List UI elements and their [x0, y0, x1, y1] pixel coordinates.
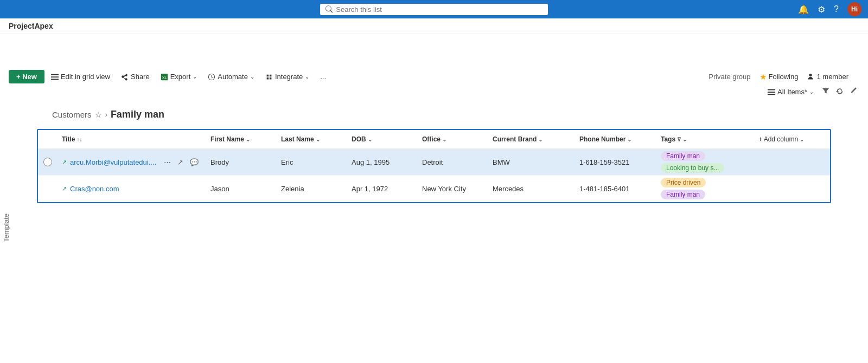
following-button[interactable]: ★ Following — [760, 72, 799, 82]
export-button[interactable]: XL Export ⌄ — [156, 70, 202, 83]
breadcrumb-parent[interactable]: Customers — [52, 110, 92, 119]
row1-lastname: Eric — [277, 155, 347, 170]
col-phone[interactable]: Phone Number ⌄ — [575, 133, 656, 145]
row2-lastname: Zelenia — [277, 182, 347, 196]
star-icon: ★ — [760, 72, 767, 82]
table-row: ↗ arcu.Morbi@vulputatedui.... ⋯ ↗ 💬 Brod… — [38, 149, 830, 176]
export-icon: XL — [161, 73, 168, 81]
title-sort-icon: ↑↓ — [76, 137, 82, 142]
favorite-icon[interactable]: ☆ — [95, 111, 102, 119]
integrate-button[interactable]: Integrate ⌄ — [261, 70, 314, 83]
automate-chevron-icon: ⌄ — [250, 74, 254, 80]
site-header: ProjectApex — [0, 18, 868, 34]
tags-sort-icon: ⌄ — [682, 137, 687, 142]
share-icon — [121, 73, 129, 81]
breadcrumb-current: Family man — [111, 109, 164, 120]
top-bar-right: 🔔 ⚙ ? Hi — [798, 2, 861, 16]
notification-icon[interactable]: 🔔 — [798, 4, 809, 15]
row2-extra — [754, 185, 830, 192]
more-button[interactable]: ... — [316, 70, 330, 83]
row1-link-icon: ↗ — [62, 159, 67, 166]
col-title[interactable]: Title ↑↓ — [58, 133, 206, 145]
breadcrumb-separator: › — [105, 111, 107, 119]
row1-office: Detroit — [418, 155, 488, 170]
edit-grid-button[interactable]: Edit in grid view — [47, 70, 114, 83]
table-header: Title ↑↓ First Name ⌄ Last Name ⌄ DOB ⌄ … — [38, 130, 830, 149]
all-items-button[interactable]: All Items* ⌄ — [764, 86, 817, 98]
row1-comment-btn[interactable]: 💬 — [188, 157, 201, 167]
command-bar-area: + New Edit in grid view Share XL Export … — [0, 67, 868, 101]
row1-extra — [754, 159, 830, 165]
avatar[interactable]: Hi — [847, 2, 861, 16]
row1-tags: Family man Looking to buy s... — [656, 149, 754, 175]
row2-check[interactable] — [38, 185, 58, 192]
export-chevron-icon: ⌄ — [193, 74, 197, 80]
dob-sort-icon: ⌄ — [368, 137, 372, 142]
row1-dob: Aug 1, 1995 — [347, 155, 418, 170]
row2-phone: 1-481-185-6401 — [575, 182, 656, 196]
row2-tag-1: Price driven — [661, 178, 706, 187]
col-current-brand[interactable]: Current Brand ⌄ — [488, 133, 575, 145]
template-label: Template — [0, 211, 12, 244]
svg-text:XL: XL — [162, 75, 167, 80]
data-table: Title ↑↓ First Name ⌄ Last Name ⌄ DOB ⌄ … — [37, 129, 831, 203]
add-col-chevron-icon: ⌄ — [800, 137, 804, 142]
row2-office: New York City — [418, 182, 488, 196]
top-bar: 🔔 ⚙ ? Hi — [0, 0, 868, 18]
automate-button[interactable]: Automate ⌄ — [203, 70, 259, 83]
refresh-button[interactable] — [834, 86, 845, 98]
member-info: 1 member — [807, 73, 848, 81]
filter-button[interactable] — [820, 86, 831, 98]
col-last-name[interactable]: Last Name ⌄ — [277, 133, 347, 145]
table-row: ↗ Cras@non.com Jason Zelenia Apr 1, 1972… — [38, 176, 830, 202]
header-row1: + New Edit in grid view Share XL Export … — [9, 70, 859, 83]
firstname-sort-icon: ⌄ — [246, 137, 250, 142]
edit-button[interactable] — [848, 86, 859, 98]
phone-sort-icon: ⌄ — [627, 137, 631, 142]
row1-brand: BMW — [488, 155, 575, 170]
office-sort-icon: ⌄ — [442, 137, 446, 142]
col-office[interactable]: Office ⌄ — [418, 133, 488, 145]
col-dob[interactable]: DOB ⌄ — [347, 133, 418, 145]
spacer — [0, 34, 868, 67]
lastname-sort-icon: ⌄ — [316, 137, 320, 142]
row2-dob: Apr 1, 1972 — [347, 182, 418, 196]
site-title: ProjectApex — [9, 22, 53, 30]
row1-share-btn[interactable]: ↗ — [175, 157, 186, 167]
top-right-area: Private group ★ Following 1 member — [709, 72, 859, 82]
row1-tag-1: Family man — [661, 151, 705, 161]
brand-sort-icon: ⌄ — [538, 137, 542, 142]
automate-icon — [208, 73, 215, 81]
row2-firstname: Jason — [206, 182, 277, 196]
share-button[interactable]: Share — [117, 70, 154, 83]
row1-check[interactable] — [38, 154, 58, 170]
header-checkbox-cell — [38, 133, 58, 145]
row1-phone: 1-618-159-3521 — [575, 155, 656, 170]
help-icon[interactable]: ? — [834, 4, 839, 14]
col-first-name[interactable]: First Name ⌄ — [206, 133, 277, 145]
command-bar: + New Edit in grid view Share XL Export … — [9, 70, 330, 83]
row1-title[interactable]: ↗ arcu.Morbi@vulputatedui.... ⋯ ↗ 💬 — [58, 154, 206, 171]
integrate-icon — [265, 73, 273, 81]
add-column-button[interactable]: + Add column ⌄ — [754, 133, 830, 145]
person-icon — [807, 73, 814, 81]
search-icon — [326, 5, 333, 13]
search-input[interactable] — [336, 5, 542, 14]
private-group-label: Private group — [709, 73, 750, 81]
row2-tags: Price driven Family man — [656, 176, 754, 202]
edit-icon — [850, 87, 858, 95]
edit-grid-icon — [51, 73, 59, 81]
row1-more-btn[interactable]: ⋯ — [162, 157, 173, 167]
search-box[interactable] — [320, 4, 548, 15]
refresh-icon — [836, 87, 844, 95]
col-tags[interactable]: Tags ⊽ ⌄ — [656, 133, 754, 145]
new-button[interactable]: + New — [9, 70, 44, 83]
filter-icon — [822, 87, 829, 95]
row2-link-icon: ↗ — [62, 185, 67, 192]
header-row2: All Items* ⌄ — [9, 86, 859, 98]
settings-icon[interactable]: ⚙ — [818, 4, 825, 15]
breadcrumb: Customers ☆ › Family man — [0, 101, 868, 125]
row1-checkbox[interactable] — [43, 158, 52, 166]
row2-title[interactable]: ↗ Cras@non.com — [58, 182, 206, 196]
row1-tag-2: Looking to buy s... — [661, 163, 724, 173]
